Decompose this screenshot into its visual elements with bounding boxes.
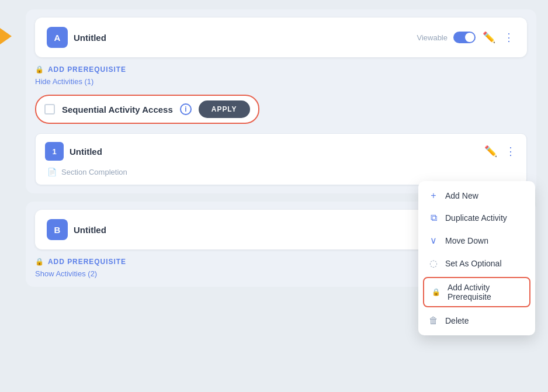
menu-item-add-prereq[interactable]: 🔒 Add Activity Prerequisite <box>423 277 530 307</box>
sequential-label: Sequential Activity Access <box>62 105 173 115</box>
lock-icon-b: 🔒 <box>35 258 44 266</box>
sequential-checkbox[interactable] <box>44 104 55 115</box>
inner-card-a: 1 Untitled ✏️ ⋮ 📄 Section Completion <box>35 133 527 185</box>
menu-item-delete-label: Delete <box>445 316 469 325</box>
card-a: A Untitled Viewable ✏️ ⋮ <box>35 18 527 57</box>
menu-item-duplicate[interactable]: ⧉ Duplicate Activity <box>418 207 535 229</box>
context-menu: + Add New ⧉ Duplicate Activity ∨ Move Do… <box>418 181 535 335</box>
show-activities-link[interactable]: Show Activities (2) <box>35 269 97 278</box>
menu-item-add-prereq-label: Add Activity Prerequisite <box>448 283 491 301</box>
duplicate-icon: ⧉ <box>428 213 439 223</box>
menu-item-move-down[interactable]: ∨ Move Down <box>418 229 535 252</box>
activity-icon-a: A <box>47 27 68 48</box>
set-optional-icon: ◌ <box>428 258 439 269</box>
inner-card-title: Untitled <box>70 147 102 157</box>
viewable-toggle[interactable] <box>453 32 476 43</box>
add-prereq-label-a: 🔒 ADD PREREQUISITE <box>35 65 527 74</box>
menu-item-set-optional-label: Set As Optional <box>445 259 502 268</box>
menu-item-add-new[interactable]: + Add New <box>418 185 535 207</box>
card-a-title: Untitled <box>74 33 106 43</box>
lock-icon-a: 🔒 <box>35 65 44 74</box>
edit-button-a[interactable]: ✏️ <box>481 30 497 45</box>
sequential-row: Sequential Activity Access i APPLY <box>35 95 259 124</box>
edit-button-inner[interactable]: ✏️ <box>483 144 498 159</box>
section-completion: 📄 Section Completion <box>45 168 517 176</box>
apply-button[interactable]: APPLY <box>199 100 250 118</box>
menu-item-duplicate-label: Duplicate Activity <box>445 213 507 223</box>
menu-item-move-down-label: Move Down <box>445 236 488 245</box>
menu-item-add-new-label: Add New <box>445 191 478 200</box>
inner-icon-1: 1 <box>45 142 64 161</box>
section-completion-icon: 📄 <box>47 168 57 176</box>
add-prereq-icon: 🔒 <box>430 288 442 296</box>
delete-icon: 🗑 <box>428 315 439 326</box>
menu-item-set-optional[interactable]: ◌ Set As Optional <box>418 252 535 275</box>
more-options-button-a[interactable]: ⋮ <box>502 30 515 45</box>
card-b-title: Untitled <box>74 225 106 235</box>
hide-activities-link[interactable]: Hide Activities (1) <box>35 77 93 86</box>
move-down-icon: ∨ <box>428 235 439 246</box>
activity-icon-b: B <box>47 219 68 240</box>
info-icon[interactable]: i <box>180 103 192 115</box>
menu-item-delete[interactable]: 🗑 Delete <box>418 310 535 332</box>
add-new-icon: + <box>428 190 439 201</box>
more-options-button-inner[interactable]: ⋮ <box>504 144 517 159</box>
viewable-label: Viewable <box>417 33 448 42</box>
